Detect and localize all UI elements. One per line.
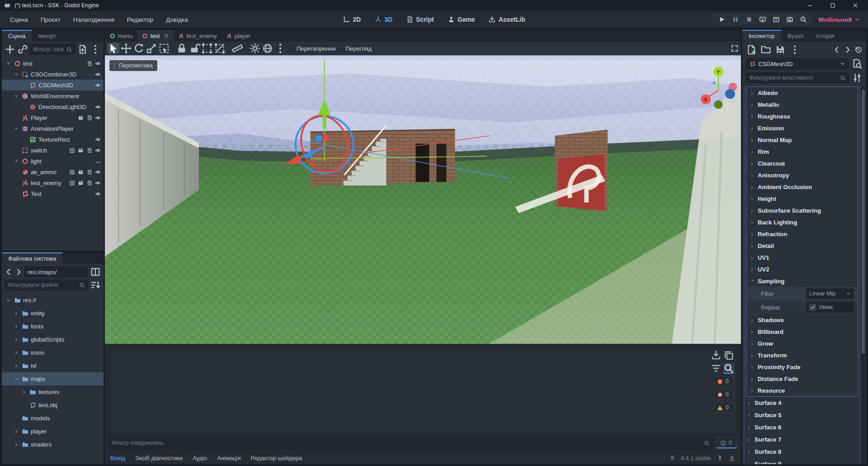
save-log-button[interactable]	[711, 350, 722, 361]
save-resource-button[interactable]	[775, 44, 786, 55]
show-search-button[interactable]	[723, 363, 734, 374]
chevron-right-icon[interactable]	[14, 324, 19, 329]
fs-item-textures[interactable]: textures	[2, 385, 104, 399]
error-x-count-chip[interactable]: 0	[713, 389, 734, 400]
preview-environment-button[interactable]	[262, 43, 274, 54]
scene-node-csgmesh3d[interactable]: CSGMesh3D	[2, 80, 104, 90]
inspector-section-proximity-fade[interactable]: ›Proximity Fade	[746, 361, 858, 373]
move-tool-button[interactable]	[120, 43, 132, 54]
clapper-icon[interactable]	[78, 180, 84, 186]
fs-item-icons[interactable]: icons	[2, 346, 104, 359]
search-count-chip[interactable]: 0	[717, 437, 737, 449]
chevron-down-icon[interactable]	[6, 298, 11, 303]
scene-tab-player[interactable]: player	[222, 30, 255, 42]
warning-count-chip[interactable]: 0	[713, 402, 734, 413]
eye-icon[interactable]	[95, 61, 101, 67]
play-custom-scene-button[interactable]	[786, 16, 793, 23]
scene-node-test[interactable]: Test	[2, 188, 104, 199]
inspector-section-billboard[interactable]: ›Billboard	[746, 326, 858, 338]
select-tool-button[interactable]	[108, 43, 119, 54]
maximize-viewport-icon[interactable]	[731, 45, 738, 52]
scene-tab-test[interactable]: test	[137, 30, 174, 42]
oxdot-icon[interactable]	[69, 147, 75, 153]
eye-icon[interactable]	[95, 180, 101, 186]
eyeoff-icon[interactable]	[95, 158, 101, 164]
instance-scene-button[interactable]	[17, 44, 28, 55]
tab-інспектор[interactable]: Інспектор	[742, 30, 781, 42]
inspector-section-anisotropy[interactable]: ›Anisotropy	[746, 169, 858, 181]
chevron-right-icon[interactable]	[14, 363, 19, 369]
inspector-section-refraction[interactable]: ›Refraction	[746, 228, 858, 240]
inspector-section-albedo[interactable]: ›Albedo	[746, 87, 858, 99]
fs-sort-button[interactable]	[90, 280, 101, 290]
scene-tab-test-enemy[interactable]: test_enemy	[174, 30, 222, 42]
fs-item-player[interactable]: player	[2, 425, 104, 438]
minimize-button[interactable]	[807, 2, 814, 9]
workspace-3d[interactable]: 3D	[371, 14, 396, 25]
chevron-down-icon[interactable]	[14, 71, 19, 77]
chevron-right-icon[interactable]	[14, 337, 19, 342]
workspace-assetlib[interactable]: AssetLib	[485, 14, 529, 25]
tab-сцена[interactable]: Сцена	[2, 30, 32, 42]
property-tools-button[interactable]	[852, 72, 863, 83]
inspector-section-surface-8[interactable]: ›Surface 8	[746, 446, 858, 458]
bottom-panel-засіб-діагностики[interactable]: Засіб діагностики	[135, 455, 183, 461]
tab-імпорт[interactable]: Імпорт	[32, 30, 62, 42]
history-back-button[interactable]	[833, 44, 841, 55]
scene-node-directionallight3d[interactable]: DirectionalLight3D	[2, 101, 104, 112]
inspector-section-resource[interactable]: ›Resource	[746, 385, 858, 396]
inspector-section-emission[interactable]: ›Emission	[746, 122, 858, 134]
scene-node-test[interactable]: test	[2, 58, 104, 69]
chevron-down-icon[interactable]	[14, 376, 19, 382]
bottom-panel-вихід[interactable]: Вихід	[110, 455, 125, 461]
new-scene-tab-button[interactable]	[255, 30, 262, 37]
tab-вузол[interactable]: Вузол	[781, 30, 810, 42]
menubar-item-проєкт[interactable]: Проєкт	[36, 14, 65, 25]
inspector-section-distance-fade[interactable]: ›Distance Fade	[746, 373, 858, 385]
inspector-section-surface-5[interactable]: ›Surface 5	[746, 409, 858, 421]
scene-node-switch[interactable]: switch	[2, 145, 104, 156]
fs-item-test-obj[interactable]: test.obj	[2, 399, 104, 412]
clapper-icon[interactable]	[78, 115, 84, 121]
viewport-options-button[interactable]	[274, 43, 286, 54]
eye-icon[interactable]	[95, 115, 101, 121]
pause-button[interactable]	[732, 16, 739, 23]
inspector-section-transform[interactable]: ›Transform	[746, 349, 858, 361]
fs-path-box[interactable]: res://maps/	[24, 266, 88, 277]
inspector-section-surface-9[interactable]: ›Surface 9	[746, 458, 858, 464]
tab-filesystem[interactable]: Файлова система	[2, 252, 62, 264]
eye-icon[interactable]	[95, 191, 101, 197]
collapse-duplicates-button[interactable]	[711, 363, 722, 374]
transform-menu[interactable]: Перетворення	[292, 44, 340, 53]
dock-menu-icon[interactable]	[859, 30, 866, 37]
scene-node-worldenvironment[interactable]: WorldEnvironment	[2, 90, 104, 101]
resource-options-button[interactable]	[789, 44, 800, 55]
ungroup-node-button[interactable]	[214, 43, 226, 54]
bottom-panel-анімація[interactable]: Анімація	[217, 455, 241, 461]
open-docs-button[interactable]	[852, 58, 863, 69]
inspector-section-detail[interactable]: ›Detail	[746, 240, 858, 252]
scene-node-animationplayer[interactable]: AnimationPlayer	[2, 123, 104, 134]
oxdot-icon[interactable]	[69, 169, 75, 175]
fs-filter-input[interactable]	[8, 282, 76, 288]
chevron-down-icon[interactable]	[14, 93, 19, 99]
preview-sun-button[interactable]	[249, 43, 261, 54]
inspector-section-surface-6[interactable]: ›Surface 6	[746, 421, 858, 433]
new-resource-button[interactable]	[746, 44, 757, 55]
notifications-bell-icon[interactable]	[670, 455, 675, 461]
add-child-node-button[interactable]	[5, 44, 15, 55]
unlock-node-button[interactable]	[189, 43, 200, 54]
close-button[interactable]	[852, 2, 859, 9]
close-tab-icon[interactable]	[164, 33, 169, 38]
chevron-right-icon[interactable]	[14, 311, 19, 316]
scene-node-light[interactable]: light	[2, 156, 104, 166]
script-icon[interactable]	[86, 169, 92, 175]
eye-icon[interactable]	[95, 147, 101, 153]
history-forward-button[interactable]	[844, 44, 852, 55]
inspector-section-metallic[interactable]: ›Metallic	[746, 99, 858, 110]
repeat-checkbox[interactable]: Увімк.	[806, 302, 854, 313]
tab-історія[interactable]: Історія	[810, 30, 840, 42]
inspector-section-shadows[interactable]: ›Shadows	[746, 314, 858, 326]
box-select-tool-button[interactable]	[158, 43, 170, 54]
fs-forward-button[interactable]	[14, 266, 23, 277]
